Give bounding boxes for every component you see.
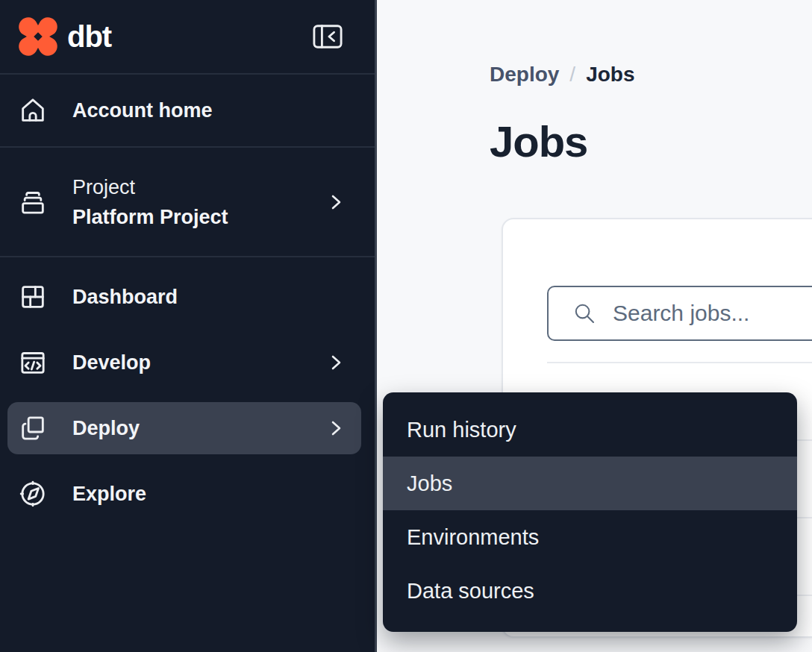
sidebar-item-project-labels: Project Platform Project xyxy=(72,172,228,232)
sidebar-item-develop[interactable]: Develop xyxy=(7,330,361,395)
sidebar-header: dbt xyxy=(0,0,375,75)
menu-item-run-history[interactable]: Run history xyxy=(383,403,797,457)
search-box[interactable] xyxy=(547,286,812,341)
collapse-sidebar-icon[interactable] xyxy=(310,22,345,51)
sidebar-item-account-home[interactable]: Account home xyxy=(0,75,375,148)
sidebar-item-label: Deploy xyxy=(72,417,140,440)
home-icon xyxy=(18,95,48,125)
sidebar-item-explore[interactable]: Explore xyxy=(7,461,361,527)
compass-icon xyxy=(18,479,48,509)
dbt-logo-icon xyxy=(16,15,60,58)
chevron-right-icon xyxy=(325,192,346,213)
sidebar-item-label: Account home xyxy=(72,99,213,122)
sidebar-item-deploy[interactable]: Deploy xyxy=(7,402,361,454)
chevron-right-icon xyxy=(325,352,346,373)
menu-item-jobs[interactable]: Jobs xyxy=(383,457,797,510)
chevron-right-icon xyxy=(325,418,346,439)
dashboard-grid-icon xyxy=(18,282,48,312)
search-input[interactable] xyxy=(613,301,812,326)
breadcrumb-current: Jobs xyxy=(586,63,634,87)
menu-item-data-sources[interactable]: Data sources xyxy=(383,564,797,618)
search-icon xyxy=(572,301,596,325)
menu-item-environments[interactable]: Environments xyxy=(383,510,797,564)
project-label: Project xyxy=(72,172,228,202)
sidebar-item-label: Develop xyxy=(72,351,151,374)
breadcrumb: Deploy / Jobs xyxy=(490,63,635,87)
sidebar-item-project[interactable]: Project Platform Project xyxy=(0,148,375,257)
page-title: Jobs xyxy=(490,116,587,166)
sidebar-item-label: Dashboard xyxy=(72,286,178,309)
dbt-logo-wordmark: dbt xyxy=(67,20,111,54)
deploy-flyout-menu: Run history Jobs Environments Data sourc… xyxy=(383,392,797,632)
sidebar-item-dashboard[interactable]: Dashboard xyxy=(7,264,361,330)
sidebar-nav: Dashboard Develop Deploy xyxy=(0,257,375,527)
overlapping-squares-icon xyxy=(18,413,48,443)
breadcrumb-deploy-link[interactable]: Deploy xyxy=(490,63,559,87)
breadcrumb-separator: / xyxy=(559,63,586,87)
project-stack-icon xyxy=(18,187,48,217)
sidebar: dbt Account home Project Platform Projec… xyxy=(0,0,377,652)
sidebar-item-label: Explore xyxy=(72,483,146,506)
code-window-icon xyxy=(18,348,48,377)
project-name: Platform Project xyxy=(72,202,228,232)
